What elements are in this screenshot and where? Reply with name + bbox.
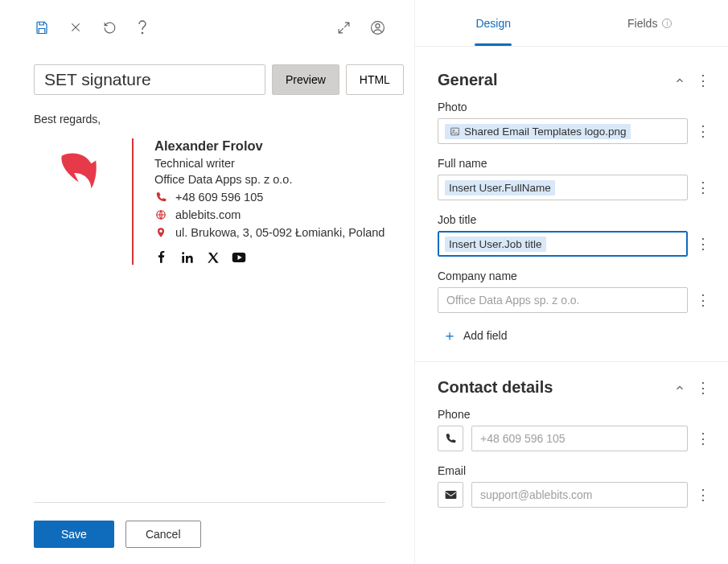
facebook-icon[interactable] [154, 250, 169, 265]
section-divider [415, 361, 728, 362]
field-email-label: Email [438, 464, 709, 477]
field-photo: Photo Shared Email Templates logo.png ⋮ [438, 101, 709, 144]
email-prefix-icon[interactable] [438, 482, 463, 508]
field-fullname: Full name Insert User.FullName ⋮ [438, 157, 709, 200]
signature-address: ul. Brukowa, 3, 05-092 Łomianki, Poland [175, 226, 385, 239]
section-general-more-icon[interactable]: ⋮ [696, 73, 709, 88]
properties-pane: Design Fields i General ⋮ Photo Shared E… [414, 0, 728, 564]
html-button[interactable]: HTML [346, 64, 404, 95]
section-general-header[interactable]: General ⋮ [438, 71, 709, 89]
location-icon [154, 226, 167, 239]
editor-toolbar [34, 19, 385, 35]
editor-pane: Preview HTML Best regards, Alexander Fro… [0, 0, 414, 564]
company-input[interactable] [438, 287, 688, 313]
svg-point-2 [375, 23, 379, 27]
jobtitle-input[interactable]: Insert User.Job title [438, 231, 688, 257]
field-phone-more-icon[interactable]: ⋮ [696, 431, 709, 446]
signature-body: Alexander Frolov Technical writer Office… [148, 138, 385, 265]
field-photo-more-icon[interactable]: ⋮ [696, 124, 709, 138]
field-company-more-icon[interactable]: ⋮ [696, 293, 709, 307]
save-button[interactable]: Save [34, 521, 114, 548]
signature-website: ablebits.com [175, 208, 241, 221]
field-jobtitle-label: Job title [438, 213, 709, 226]
field-fullname-more-icon[interactable]: ⋮ [696, 180, 709, 195]
youtube-icon[interactable] [232, 250, 246, 265]
signature-preview: Alexander Frolov Technical writer Office… [37, 138, 385, 265]
svg-rect-4 [182, 256, 184, 263]
preview-button[interactable]: Preview [272, 64, 339, 95]
expand-icon[interactable] [335, 19, 352, 35]
image-icon [449, 126, 460, 137]
cancel-button[interactable]: Cancel [125, 521, 201, 548]
panel-body: General ⋮ Photo Shared Email Templates l… [415, 47, 728, 564]
signature-name-input[interactable] [34, 64, 265, 95]
globe-icon [154, 208, 167, 221]
section-contact-more-icon[interactable]: ⋮ [696, 381, 709, 395]
tab-fields[interactable]: Fields i [572, 0, 729, 46]
jobtitle-token[interactable]: Insert User.Job title [445, 237, 546, 252]
photo-token[interactable]: Shared Email Templates logo.png [445, 124, 631, 139]
signature-logo [37, 138, 117, 265]
field-email-more-icon[interactable]: ⋮ [696, 488, 709, 502]
section-contact-title: Contact details [438, 378, 664, 397]
field-email: Email ⋮ [438, 464, 709, 508]
phone-icon [154, 191, 167, 204]
close-icon[interactable] [68, 19, 84, 35]
photo-input[interactable]: Shared Email Templates logo.png [438, 118, 688, 144]
social-row [154, 250, 385, 265]
save-icon[interactable] [34, 19, 50, 35]
field-company: Company name ⋮ [438, 270, 709, 313]
email-input[interactable] [471, 482, 688, 508]
refresh-icon[interactable] [101, 19, 117, 35]
tab-design[interactable]: Design [415, 0, 572, 46]
phone-input[interactable] [471, 426, 688, 451]
signature-name-row: Preview HTML [34, 64, 385, 95]
info-icon: i [662, 19, 672, 28]
chevron-up-icon[interactable] [672, 380, 688, 396]
svg-point-5 [182, 252, 184, 254]
phone-prefix-icon[interactable] [438, 426, 463, 451]
section-contact-header[interactable]: Contact details ⋮ [438, 378, 709, 397]
field-photo-label: Photo [438, 101, 709, 113]
signature-divider [132, 138, 134, 265]
field-jobtitle: Job title Insert User.Job title ⋮ [438, 213, 709, 257]
editor-footer: Save Cancel [34, 502, 385, 548]
person-icon[interactable] [369, 19, 385, 35]
fullname-input[interactable]: Insert User.FullName [438, 175, 688, 200]
add-field-button[interactable]: ＋ Add field [442, 326, 709, 345]
signature-jobtitle: Technical writer [154, 157, 385, 170]
field-jobtitle-more-icon[interactable]: ⋮ [696, 237, 709, 251]
help-icon[interactable] [135, 19, 151, 35]
field-phone: Phone ⋮ [438, 408, 709, 451]
linkedin-icon[interactable] [180, 250, 195, 265]
properties-tabs: Design Fields i [415, 0, 728, 47]
x-icon[interactable] [206, 250, 220, 265]
svg-rect-9 [445, 491, 456, 499]
signature-fullname: Alexander Frolov [154, 138, 385, 154]
signature-company: Office Data Apps sp. z o.o. [154, 173, 385, 186]
field-company-label: Company name [438, 270, 709, 282]
svg-point-0 [142, 32, 142, 33]
section-general-title: General [438, 71, 664, 89]
svg-point-8 [453, 130, 454, 131]
chevron-up-icon[interactable] [672, 72, 688, 89]
greeting-text: Best regards, [34, 113, 385, 126]
signature-phone: +48 609 596 105 [175, 191, 263, 204]
field-fullname-label: Full name [438, 157, 709, 170]
field-phone-label: Phone [438, 408, 709, 421]
plus-icon: ＋ [442, 326, 457, 345]
fullname-token[interactable]: Insert User.FullName [445, 180, 555, 196]
